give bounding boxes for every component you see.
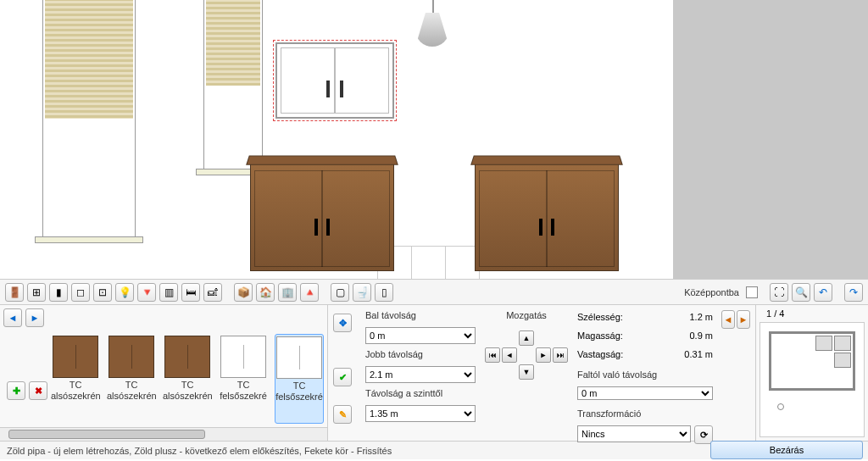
undo-icon[interactable]: ↶ xyxy=(814,283,832,302)
width-label: Szélesség: xyxy=(577,312,623,322)
base-cabinet-1[interactable] xyxy=(250,161,394,271)
width-value: 1.2 m xyxy=(689,312,713,322)
height-value: 0.9 m xyxy=(689,330,713,341)
page-indicator: 1 / 4 xyxy=(766,308,784,319)
tool-house-icon[interactable]: 🏠 xyxy=(256,283,275,302)
right-dist-label: Jobb távolság xyxy=(365,349,476,359)
level-dist-label: Távolság a szinttől xyxy=(365,388,476,398)
properties-mid: ✥ ✔ ✎ Bal távolság 0 m Jobb távolság 2.1… xyxy=(328,305,755,441)
tool-appliance-icon[interactable]: ▢ xyxy=(331,283,349,302)
nav-prev-icon[interactable]: ◄ xyxy=(3,308,22,327)
gallery-panel: ◄ ► ✚ ✖ TCalsószekrén TCalsószekrén TCal… xyxy=(0,305,328,441)
tool-column-icon[interactable]: ▮ xyxy=(49,283,68,302)
dpad-down-icon[interactable]: ▼ xyxy=(519,364,534,380)
left-dist-select[interactable]: 0 m xyxy=(365,327,476,344)
edit-icon[interactable]: ✎ xyxy=(333,405,352,424)
confirm-icon[interactable]: ✔ xyxy=(333,368,352,386)
gallery-scrollbar[interactable] xyxy=(0,427,327,441)
thumb-2[interactable]: TCalsószekrén xyxy=(163,334,212,424)
tool-roof-icon[interactable]: 🔺 xyxy=(300,283,319,302)
add-button[interactable]: ✚ xyxy=(7,381,25,400)
wall-dist-select[interactable]: 0 m xyxy=(577,386,713,400)
center-checkbox[interactable] xyxy=(746,286,758,298)
move-label: Mozgatás xyxy=(506,310,547,320)
dpad-right-icon[interactable]: ► xyxy=(536,347,551,363)
floorplan-panel: 1 / 4 xyxy=(755,305,868,441)
tool-box-icon[interactable]: 📦 xyxy=(234,283,253,302)
center-label: Középpontba xyxy=(684,287,739,297)
right-dist-select[interactable]: 2.1 m xyxy=(365,366,476,383)
window-right[interactable] xyxy=(203,0,263,169)
dpad-far-right-icon[interactable]: ⏭ xyxy=(553,347,568,363)
flip-right-icon[interactable]: ► xyxy=(737,310,750,329)
tool-toilet-icon[interactable]: 🚽 xyxy=(353,283,371,302)
tool-cabinet-icon[interactable]: ▯ xyxy=(375,283,393,302)
nav-next-icon[interactable]: ► xyxy=(25,308,44,327)
move-dpad: ▲ ⏮◄►⏭ ▼ xyxy=(485,330,568,380)
wall-dist-label: Faltól való távolság xyxy=(577,369,713,380)
zoom-icon[interactable]: 🔍 xyxy=(792,283,810,302)
tool-building-icon[interactable]: 🏢 xyxy=(278,283,297,302)
base-cabinet-2[interactable] xyxy=(475,161,619,271)
wall-right xyxy=(673,0,868,279)
dpad-up-icon[interactable]: ▲ xyxy=(519,330,534,346)
redo-icon[interactable]: ↷ xyxy=(844,283,863,302)
zoom-extents-icon[interactable]: ⛶ xyxy=(770,283,788,302)
tool-lamp-icon[interactable]: 💡 xyxy=(115,283,134,302)
thickness-value: 0.31 m xyxy=(684,349,713,359)
thumb-0[interactable]: TCalsószekrén xyxy=(51,334,100,424)
tool-pendant-icon[interactable]: 🔻 xyxy=(137,283,156,302)
properties-panel: ◄ ► ✚ ✖ TCalsószekrén TCalsószekrén TCal… xyxy=(0,305,868,441)
thumb-4-selected[interactable]: TCfelsőszekré xyxy=(275,334,324,424)
tool-window-icon[interactable]: ⊞ xyxy=(27,283,46,302)
wall-cabinet-selected[interactable] xyxy=(275,42,394,119)
thumbnail-gallery: ✚ ✖ TCalsószekrén TCalsószekrén TCalsósz… xyxy=(0,330,327,427)
dpad-left-icon[interactable]: ◄ xyxy=(502,347,517,363)
tool-sofa-icon[interactable]: 🛋 xyxy=(203,283,222,302)
tool-outlet-icon[interactable]: ⊡ xyxy=(93,283,112,302)
thumb-3[interactable]: TCfelsőszekré xyxy=(219,334,268,424)
window-left[interactable] xyxy=(42,0,136,237)
ceiling-lamp[interactable] xyxy=(407,0,458,51)
left-dist-label: Bal távolság xyxy=(365,310,476,320)
transform-label: Transzformáció xyxy=(577,408,713,419)
tool-switch-icon[interactable]: ◻ xyxy=(71,283,90,302)
3d-viewport[interactable] xyxy=(0,0,868,280)
floorplan-view[interactable] xyxy=(760,322,865,437)
level-dist-select[interactable]: 1.35 m xyxy=(365,405,476,422)
height-label: Magasság: xyxy=(577,330,623,341)
flip-left-icon[interactable]: ◄ xyxy=(721,310,735,329)
tool-radiator-icon[interactable]: ▥ xyxy=(159,283,178,302)
thickness-label: Vastagság: xyxy=(577,349,623,359)
transform-select[interactable]: Nincs xyxy=(577,425,691,442)
move-tool-icon[interactable]: ✥ xyxy=(333,314,352,332)
close-button[interactable]: Bezárás xyxy=(710,441,863,459)
thumb-1[interactable]: TCalsószekrén xyxy=(107,334,156,424)
delete-button[interactable]: ✖ xyxy=(29,381,47,400)
dpad-far-left-icon[interactable]: ⏮ xyxy=(485,347,500,363)
status-text: Zöld pipa - új elem létrehozás, Zöld plu… xyxy=(7,446,392,456)
object-toolbar: 🚪 ⊞ ▮ ◻ ⊡ 💡 🔻 ▥ 🛏 🛋 📦 🏠 🏢 🔺 ▢ 🚽 ▯ Középp… xyxy=(0,280,868,305)
tool-bed-icon[interactable]: 🛏 xyxy=(181,283,200,302)
tool-door-icon[interactable]: 🚪 xyxy=(5,283,24,302)
